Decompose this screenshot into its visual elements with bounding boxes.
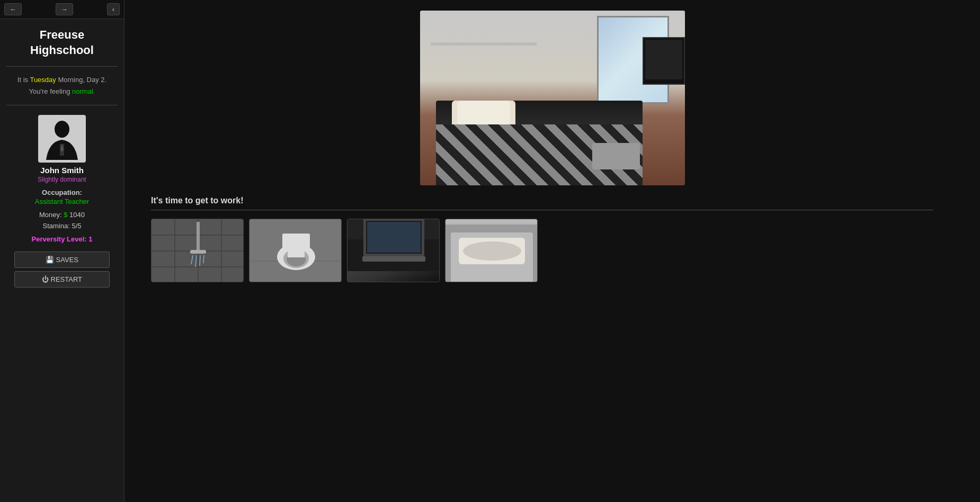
collapse-button[interactable]: ‹: [107, 3, 120, 15]
shelf: [431, 42, 537, 46]
laptop-svg: [348, 219, 439, 271]
choice-shower[interactable]: [151, 219, 244, 282]
choice-toilet[interactable]: [249, 219, 342, 282]
stamina-display: Stamina: 5/5: [43, 222, 82, 230]
shower-visual: [152, 219, 243, 282]
svg-rect-28: [367, 222, 421, 253]
game-title: FreeuseHighschool: [25, 19, 99, 61]
day-info: It is Tuesday Morning, Day 2. You're fee…: [12, 72, 112, 100]
money-amount: 1040: [69, 211, 85, 219]
tv: [643, 37, 685, 85]
saves-button[interactable]: 💾 SAVES: [14, 252, 110, 268]
main-content: It's time to get to work!: [124, 0, 980, 502]
toilet-visual: [250, 219, 341, 282]
divider-2: [6, 105, 118, 105]
avatar-image: [41, 118, 83, 160]
occupation-label: Occupation:: [42, 189, 82, 196]
money-display: Money: $ 1040: [39, 211, 85, 219]
avatar: [38, 115, 86, 163]
back-button[interactable]: ←: [4, 3, 22, 15]
perversity-display: Perversity Level: 1: [32, 235, 93, 243]
bed-svg: [446, 225, 537, 282]
svg-rect-11: [197, 222, 200, 251]
toilet-svg: [250, 219, 341, 282]
choice-bed[interactable]: [445, 219, 538, 282]
money-sign: $: [64, 211, 67, 219]
laptop-visual: [348, 219, 439, 282]
pillow-2: [457, 101, 510, 124]
svg-point-33: [463, 241, 521, 261]
bed-visual: [446, 219, 537, 282]
sidebar-navigation: ← → ‹: [0, 0, 124, 19]
sidebar: ← → ‹ FreeuseHighschool It is Tuesday Mo…: [0, 0, 124, 502]
svg-point-1: [55, 121, 69, 138]
svg-line-16: [203, 255, 204, 263]
character-name: John Smith: [40, 166, 84, 175]
occupation-value: Assistant Teacher: [35, 198, 89, 205]
divider-1: [6, 66, 118, 67]
forward-button[interactable]: →: [56, 3, 73, 15]
svg-rect-12: [190, 250, 206, 254]
narrative-divider: [151, 210, 933, 210]
choices-grid: [151, 219, 964, 282]
sofa: [592, 143, 640, 169]
svg-rect-23: [288, 248, 305, 257]
svg-line-15: [200, 255, 200, 266]
day-name: Tuesday: [30, 76, 56, 84]
svg-rect-29: [362, 256, 425, 262]
character-disposition: Slightly dominant: [38, 176, 86, 183]
narrative-text: It's time to get to work!: [151, 196, 964, 205]
scene-image: [420, 11, 685, 185]
feeling-status: normal.: [72, 87, 95, 95]
tv-screen: [645, 40, 682, 79]
restart-button[interactable]: ⏻ RESTART: [14, 271, 110, 288]
shower-svg: [152, 219, 243, 282]
choice-laptop[interactable]: [347, 219, 440, 282]
